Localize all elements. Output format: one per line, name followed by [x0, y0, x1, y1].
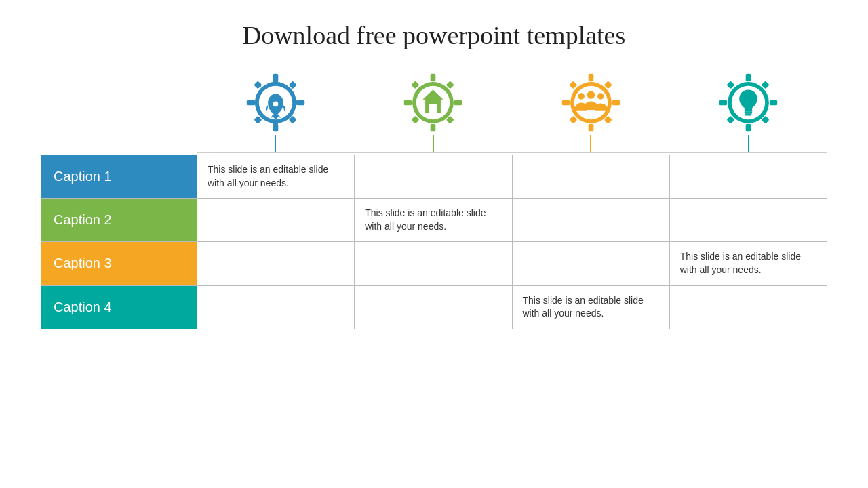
- h-line-4: [670, 152, 828, 153]
- svg-rect-15: [454, 100, 462, 106]
- svg-rect-2: [273, 124, 278, 131]
- svg-rect-26: [562, 100, 570, 106]
- svg-rect-3: [247, 100, 254, 106]
- icon-col-4: [670, 70, 828, 152]
- cell-1-1: This slide is an editable slide with all…: [197, 155, 355, 199]
- slide-title: Download free powerpoint templates: [243, 20, 626, 50]
- connector-2: [433, 135, 434, 152]
- slide: Download free powerpoint templates: [0, 0, 868, 488]
- caption-label-4: Caption 4: [41, 285, 197, 329]
- icon-col-3: [512, 70, 670, 152]
- caption-label-3: Caption 3: [41, 242, 197, 285]
- table-row-3: Caption 3 This slide is an editable slid…: [41, 242, 827, 285]
- h-line-1: [197, 152, 355, 153]
- icon-col-2: [355, 70, 513, 152]
- svg-point-35: [597, 93, 604, 100]
- cell-1-4: [669, 155, 827, 199]
- svg-rect-4: [297, 100, 304, 106]
- cell-3-4: This slide is an editable slide with all…: [669, 242, 827, 285]
- svg-rect-38: [746, 124, 751, 131]
- svg-point-34: [578, 93, 585, 100]
- svg-rect-14: [404, 100, 412, 106]
- cell-3-2: [355, 242, 512, 285]
- svg-rect-1: [273, 74, 278, 81]
- svg-rect-28: [569, 81, 577, 89]
- table-row-4: Caption 4 This slide is an editable slid…: [41, 285, 827, 329]
- cell-1-2: [355, 155, 512, 199]
- svg-rect-37: [746, 74, 751, 81]
- svg-rect-40: [770, 100, 777, 106]
- table-row-2: Caption 2 This slide is an editable slid…: [41, 199, 827, 242]
- h-line-3: [512, 152, 670, 153]
- gear-icon-2: [401, 70, 465, 135]
- svg-line-49: [739, 89, 741, 90]
- svg-rect-16: [412, 81, 420, 89]
- svg-rect-24: [588, 74, 593, 81]
- connector-3: [590, 135, 591, 152]
- svg-rect-22: [429, 104, 437, 113]
- gear-icon-3: [559, 70, 623, 135]
- cell-4-4: [669, 285, 827, 329]
- cell-4-3: This slide is an editable slide with all…: [512, 285, 669, 329]
- gear-icon-4: [716, 70, 781, 135]
- horizontal-divider: [41, 152, 827, 153]
- cell-2-4: [669, 199, 827, 242]
- svg-point-33: [587, 91, 595, 98]
- cell-2-3: [512, 199, 669, 242]
- cell-4-1: [197, 285, 355, 329]
- data-table: Caption 1 This slide is an editable slid…: [41, 155, 827, 329]
- cell-4-2: [355, 285, 512, 329]
- cell-2-2: This slide is an editable slide with all…: [355, 199, 512, 242]
- icon-col-1: [197, 70, 355, 152]
- svg-rect-25: [588, 124, 593, 131]
- svg-rect-41: [727, 81, 735, 89]
- svg-rect-39: [719, 100, 727, 106]
- cell-3-3: [512, 242, 669, 285]
- svg-line-50: [756, 89, 757, 90]
- caption-label-1: Caption 1: [41, 155, 197, 199]
- icons-row: [41, 70, 827, 152]
- connector-1: [275, 135, 276, 152]
- cell-3-1: [197, 242, 355, 285]
- cell-1-3: [512, 155, 669, 199]
- svg-rect-47: [745, 114, 752, 116]
- connector-4: [748, 135, 749, 152]
- caption-table: Caption 1 This slide is an editable slid…: [41, 155, 827, 329]
- svg-rect-27: [612, 100, 620, 106]
- svg-point-10: [273, 102, 278, 107]
- h-line-2: [355, 152, 513, 153]
- svg-rect-12: [431, 74, 436, 81]
- svg-rect-46: [745, 112, 752, 114]
- cell-2-1: [197, 199, 355, 242]
- caption-label-2: Caption 2: [41, 199, 197, 242]
- svg-rect-13: [431, 124, 436, 131]
- svg-rect-5: [254, 81, 262, 89]
- gear-icon-1: [243, 70, 308, 135]
- table-row-1: Caption 1 This slide is an editable slid…: [41, 155, 827, 199]
